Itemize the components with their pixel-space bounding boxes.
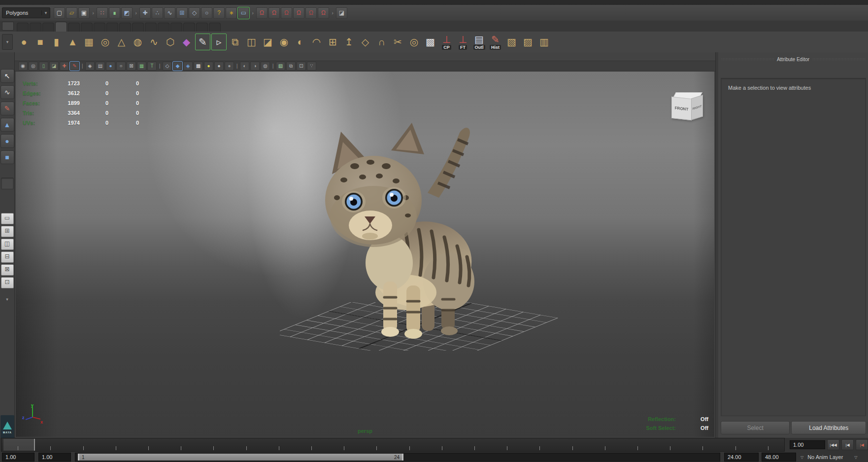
poly-plane-icon[interactable]: ▦ [81, 33, 97, 51]
textured-mode-icon[interactable]: ◈ [183, 62, 193, 71]
layout-four-view-icon[interactable]: ⊞ [1, 226, 14, 237]
live-surface-icon[interactable]: ▭ [238, 7, 249, 19]
safe-action-icon[interactable]: ▦ [137, 62, 146, 71]
shelf-selector-button[interactable] [2, 22, 14, 31]
occlusion-icon[interactable]: ◑ [250, 62, 260, 71]
move-tool-icon[interactable]: ▲ [0, 118, 14, 132]
grid-toggle-icon[interactable]: ◈ [85, 62, 95, 71]
shelf-tab-polygons[interactable] [55, 22, 67, 32]
camera-bookmarks-icon[interactable]: ▯ [39, 62, 48, 71]
snap-view-plane-magnet-icon[interactable]: Ω [305, 7, 317, 19]
viewport-canvas[interactable]: Verts: 1723 0 0 Edges: 3612 0 0 Faces: 1… [16, 71, 714, 437]
new-scene-icon[interactable]: ▢ [54, 7, 65, 19]
shelf-tab-surfaces[interactable] [42, 23, 54, 32]
selection-mode-dropdown[interactable]: Polygons ▾ [2, 7, 50, 18]
paint-select-tool-icon[interactable]: ✎ [0, 102, 14, 115]
no-lights-icon[interactable]: ● [225, 62, 234, 71]
poly-sphere-icon[interactable]: ● [16, 33, 32, 51]
separate-icon[interactable]: ◫ [243, 33, 260, 51]
shelf-tab-deformation[interactable] [68, 23, 80, 32]
toolbox-expand-icon[interactable]: ▾ [6, 297, 8, 302]
poly-pipe-icon[interactable]: ◍ [130, 33, 146, 51]
shelf-tab-dynamics[interactable] [94, 23, 105, 32]
poly-cylinder-icon[interactable]: ▮ [48, 33, 65, 51]
layout-single-persp-icon[interactable]: ▭ [1, 213, 14, 224]
shelf-tab-animation[interactable] [81, 23, 93, 32]
open-scene-icon[interactable]: ▱ [66, 7, 77, 19]
select-button[interactable]: Select [721, 421, 790, 434]
resolution-gate-icon[interactable]: ● [106, 62, 115, 71]
shelf-tab-toon[interactable] [132, 23, 144, 32]
snap-point-magnet-icon[interactable]: Ω [281, 7, 292, 19]
poly-soccer-ball-icon[interactable]: ⬡ [162, 33, 178, 51]
make-live-magnet-icon[interactable]: Ω [318, 7, 329, 19]
snap-curve-magnet-icon[interactable]: Ω [268, 7, 280, 19]
select-camera-icon[interactable]: ◉ [18, 62, 28, 71]
snap-projected-center-magnet-icon[interactable]: Ω [293, 7, 304, 19]
wireframe-mode-icon[interactable]: ◇ [163, 62, 172, 71]
combine-icon[interactable]: ⧉ [227, 33, 243, 51]
scene-view-icon[interactable]: ⧉ [286, 62, 296, 71]
range-bar[interactable]: 1 24 [78, 454, 403, 461]
snap-dotted-icon[interactable]: ◇ [189, 7, 200, 19]
attribute-editor-titlebar[interactable]: Attribute Editor [721, 56, 865, 63]
ft-icon[interactable]: ⊥ FT [455, 33, 471, 51]
save-scene-icon[interactable]: ▣ [78, 7, 90, 19]
shelf-tab-fluids[interactable] [158, 23, 169, 32]
time-slider-ruler[interactable] [1, 438, 785, 452]
shelf-tab-fur[interactable] [170, 23, 182, 32]
poly-helix-icon[interactable]: ∿ [146, 33, 162, 51]
cp-icon[interactable]: ⊥ CP [438, 33, 455, 51]
use-all-lights-icon[interactable]: ▩ [194, 62, 203, 71]
snap-sphere-icon[interactable]: ○ [201, 7, 212, 19]
anim-layer-filter-icon[interactable]: ▽ [801, 455, 803, 460]
playback-end-field[interactable]: 48.00 [762, 453, 796, 462]
step-back-key-button[interactable]: |◀ [856, 439, 868, 450]
boolean-union-icon[interactable]: ◉ [276, 33, 292, 51]
view-cube-front-face[interactable]: FRONT [671, 97, 692, 120]
select-hierarchy-icon[interactable]: ∷ [97, 7, 108, 19]
quad-draw-icon[interactable]: ▹ [211, 33, 227, 51]
shelf-tab-painteffects[interactable] [119, 23, 131, 32]
history-icon[interactable]: ✎ Hist [487, 33, 503, 51]
shelf-tab-curves[interactable] [30, 23, 41, 32]
animation-end-field[interactable]: 24.00 [724, 453, 759, 462]
poly-torus-icon[interactable]: ◎ [97, 33, 113, 51]
poly-cube-icon[interactable]: ■ [32, 33, 48, 51]
view-cube[interactable]: FRONT RIGHT [671, 91, 703, 124]
uv-layout-icon[interactable]: ▥ [536, 33, 552, 51]
camera-attributes-icon[interactable]: ◎ [29, 62, 38, 71]
safe-title-icon[interactable]: T [147, 62, 157, 71]
view-cube-right-face[interactable]: RIGHT [691, 95, 703, 120]
rotate-tool-icon[interactable]: ● [0, 134, 14, 148]
go-to-start-button[interactable]: |◀◀ [827, 439, 839, 450]
current-time-field[interactable]: 1.00 [790, 440, 825, 449]
gate-mask-icon[interactable]: ○ [116, 62, 126, 71]
layout-three-split-icon[interactable]: ⊟ [1, 251, 14, 263]
mirror-icon[interactable]: ⊞ [325, 33, 341, 51]
select-component-icon[interactable]: ◩ [121, 7, 133, 19]
2d-pan-zoom-icon[interactable]: ✚ [60, 62, 69, 71]
shelf-tab-custom[interactable] [209, 23, 221, 32]
extrude-icon[interactable]: ↥ [341, 33, 357, 51]
shelf-tab-rendering[interactable] [106, 23, 118, 32]
last-tool-slot[interactable] [1, 178, 14, 189]
extract-icon[interactable]: ◪ [260, 33, 276, 51]
outliner-icon[interactable]: ▤ Outl [471, 33, 487, 51]
uv-planar-icon[interactable]: ▧ [503, 33, 520, 51]
snap-move-icon[interactable]: ✚ [139, 7, 151, 19]
select-tool-icon[interactable]: ↖ [0, 69, 14, 83]
snap-curve-icon[interactable]: ∿ [164, 7, 175, 19]
panel-copy-icon[interactable]: ⊡ [297, 62, 306, 71]
bridge-icon[interactable]: ∩ [373, 33, 390, 51]
snap-grid-blue-icon[interactable]: ⊞ [176, 7, 188, 19]
snap-grid-magnet-icon[interactable]: Ω [256, 7, 267, 19]
spot-check-icon[interactable]: ▩ [422, 33, 438, 51]
shelf-tab-ncloth[interactable] [196, 23, 208, 32]
default-light-icon[interactable]: ● [204, 62, 213, 71]
multi-cut-icon[interactable]: ✂ [390, 33, 406, 51]
scale-tool-icon[interactable]: ■ [0, 150, 14, 164]
range-track[interactable]: 1 24 [75, 453, 720, 462]
ambient-light-icon[interactable]: ● [214, 62, 224, 71]
select-object-icon[interactable]: ∎ [109, 7, 120, 19]
